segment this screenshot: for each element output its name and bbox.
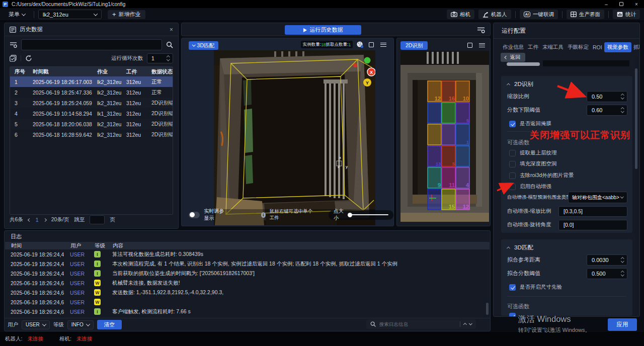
jump-page-input[interactable]	[90, 215, 105, 224]
score-threshold-input[interactable]: 0.60	[587, 105, 627, 116]
history-table-header: 序号时间戳作业工件数据状态	[10, 67, 173, 76]
spin-down-icon[interactable]	[621, 259, 624, 262]
realtime-toggle[interactable]	[189, 212, 200, 218]
tab-末端工具[interactable]: 末端工具	[540, 43, 566, 52]
select-all-icon[interactable]	[10, 55, 17, 62]
spin-down-icon[interactable]	[621, 96, 624, 99]
return-mask-checkbox[interactable]	[509, 121, 516, 127]
menu-icon[interactable]	[379, 40, 387, 49]
search-next-icon[interactable]	[469, 322, 472, 325]
statistics-button[interactable]: 统计	[613, 10, 640, 19]
log-row[interactable]: 2025-06-19 18:26:24,462USERI当前获取的抓取位姿生成的…	[5, 269, 490, 278]
tab-抓取策略[interactable]: 抓取策略	[631, 43, 640, 52]
filter-settings-icon[interactable]	[10, 41, 17, 48]
log-search-input[interactable]	[379, 321, 456, 327]
log-row[interactable]: 2025-06-19 18:26:24,665USERW	[5, 297, 490, 307]
log-row[interactable]: 2025-06-19 18:26:24,443USERI算法可视化数据生成总耗时…	[5, 249, 490, 259]
spin-down-icon[interactable]	[167, 58, 170, 61]
history-search-input[interactable]	[21, 39, 162, 50]
fit-score-input[interactable]: 0.500	[587, 268, 627, 279]
back-button[interactable]: 返回	[501, 53, 525, 62]
job-select[interactable]: lk2_312eu	[38, 10, 102, 19]
windows-watermark: 激活 Windows 转到"设置"以激活 Windows。	[518, 314, 591, 334]
apply-button[interactable]: 应用	[608, 318, 637, 331]
log-row[interactable]: 2025-06-19 18:26:24,664USERW机械臂未连接, 数据发送…	[5, 278, 490, 288]
menu-icon[interactable]	[477, 41, 486, 49]
current-page[interactable]: 1	[36, 217, 39, 223]
table-cell-job: lk1_312eu	[93, 111, 122, 117]
auto-enhance-checkbox[interactable]	[509, 184, 516, 190]
log-level-select[interactable]: INFO	[67, 320, 94, 329]
extract-texture-checkbox[interactable]	[509, 150, 516, 156]
refresh-icon[interactable]	[25, 55, 32, 62]
close-icon[interactable]: ×	[170, 26, 173, 33]
point-size-slider[interactable]	[350, 214, 388, 215]
tab-ROI[interactable]: ROI	[591, 43, 604, 51]
display-settings-icon[interactable]	[477, 26, 485, 34]
bbox-type-dropdown[interactable]: 轴对称包围盒<aabb>	[568, 192, 627, 203]
fill-depth-holes-checkbox[interactable]	[509, 161, 516, 167]
menu-dropdown[interactable]: 菜单	[4, 10, 30, 19]
clear-log-button[interactable]: 清空	[97, 320, 122, 329]
tab-作业信息[interactable]: 作业信息	[501, 43, 526, 52]
log-scrollbar-thumb[interactable]	[486, 303, 489, 315]
log-row[interactable]: 2025-06-19 18:26:24,667USERI客户端触发, 检测流程耗…	[5, 307, 490, 316]
clipped-slider[interactable]	[507, 62, 540, 66]
mode-3d-button[interactable]: 3D匹配	[189, 41, 218, 50]
section-2d-header[interactable]: 2D识别	[501, 76, 632, 88]
enhance-scale-input[interactable]: [0.3,0.5]	[558, 206, 627, 217]
run-loop-input[interactable]: 1	[147, 53, 173, 63]
tab-手眼标定[interactable]: 手眼标定	[566, 43, 591, 52]
run-history-button[interactable]: 运行历史数据	[285, 25, 361, 35]
column-header: 内容	[107, 242, 490, 249]
camera-button[interactable]: 相机	[447, 10, 474, 19]
maximize-button[interactable]	[614, 0, 629, 8]
section-3d-header[interactable]: 3D匹配	[501, 239, 632, 251]
size-prior-checkbox[interactable]	[509, 284, 516, 291]
spin-down-icon[interactable]	[621, 273, 624, 276]
log-user-select[interactable]: USER	[22, 320, 50, 329]
clipped-input[interactable]	[543, 60, 629, 66]
table-row[interactable]: 52025-06-18 18:20:06.038lk2_312eu312eu2D…	[10, 119, 173, 129]
remove-roi-background-checkbox[interactable]	[509, 172, 516, 179]
annotation-text: 关闭增强可以正常识别	[530, 129, 630, 142]
table-cell-status: 2D识别错误	[147, 100, 173, 107]
maximize-view-icon[interactable]	[367, 40, 375, 49]
next-page-icon[interactable]	[43, 218, 47, 221]
production-view-button[interactable]: 生产界面	[567, 10, 604, 19]
search-prev-icon[interactable]	[463, 323, 466, 326]
scrollbar-thumb[interactable]	[635, 68, 637, 169]
robot-button[interactable]: 机器人	[478, 10, 511, 19]
enhance-rotation-input[interactable]: [0.0]	[558, 220, 627, 230]
log-content: 发送数据: 1,-351.1,922.8,2192.5,-4.0,32.2,90…	[106, 289, 490, 296]
3d-viewport[interactable]: Y X x z y	[214, 50, 375, 225]
mode-2d-button[interactable]: 2D识别	[400, 41, 428, 50]
tab-视觉参数[interactable]: 视觉参数	[604, 42, 631, 52]
spin-down-icon[interactable]	[621, 109, 624, 112]
minimize-button[interactable]: –	[599, 0, 614, 8]
play-icon	[303, 28, 307, 32]
search-icon[interactable]	[166, 41, 173, 48]
table-row[interactable]: 12025-06-19 18:26:17.003lk2_312eu312eu正常	[10, 76, 173, 87]
chevron-down-icon	[22, 12, 26, 16]
config-scrollbar[interactable]	[635, 56, 637, 317]
log-row[interactable]: 2025-06-19 18:26:24,665USERW发送数据: 1,-351…	[5, 288, 490, 297]
table-row[interactable]: 62025-06-18 16:28:59.642lk2_312eu312eu2D…	[10, 129, 173, 140]
slider-knob[interactable]	[348, 213, 352, 217]
fit-distance-input[interactable]: 0.0030	[587, 254, 627, 266]
partial-checkbox[interactable]	[509, 313, 516, 317]
add-job-button[interactable]: + 新增作业	[108, 10, 145, 19]
maximize-view-icon[interactable]	[465, 41, 474, 49]
point-cloud-icon[interactable]	[356, 40, 364, 49]
table-row[interactable]: 42025-06-19 10:14:58.294lk1_312eu312eu2D…	[10, 108, 173, 119]
one-key-debug-button[interactable]: AI 一键联调	[520, 10, 558, 19]
table-row[interactable]: 32025-06-19 18:25:24.059lk2_312eu312eu2D…	[10, 98, 173, 108]
2d-viewport[interactable]: 1216105113591141512	[400, 51, 489, 222]
log-level-badge: I	[94, 251, 101, 257]
log-row[interactable]: 2025-06-19 18:26:24,461USERI本次检测流程完成, 有 …	[5, 259, 490, 269]
scale-ratio-input[interactable]: 0.50	[587, 91, 627, 102]
tab-工件[interactable]: 工件	[526, 43, 540, 52]
table-row[interactable]: 22025-06-19 18:25:47.336lk2_312eu312eu正常	[10, 87, 173, 98]
prev-page-icon[interactable]	[28, 218, 31, 221]
close-button[interactable]: ×	[629, 0, 644, 8]
